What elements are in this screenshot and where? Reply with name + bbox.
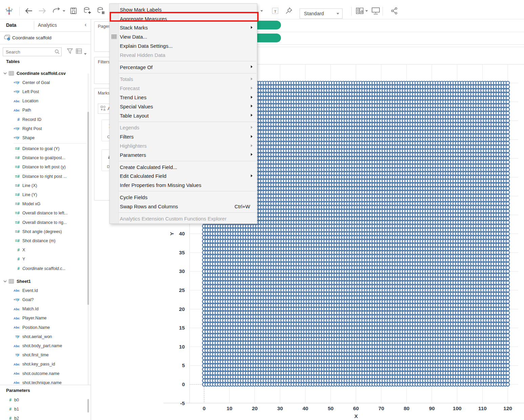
field-row[interactable]: AbcMatch.Id [0, 304, 87, 314]
menu-item-legends[interactable]: Legends [110, 123, 257, 132]
field-row[interactable]: =#Shot distance (m) [0, 236, 87, 245]
view-options-icon[interactable] [76, 48, 82, 55]
save-icon[interactable] [68, 5, 79, 16]
field-type-icon: =# [8, 174, 20, 179]
field-row[interactable]: =#Distance to left post (y) [0, 163, 87, 172]
field-row[interactable]: =#Distance to goal/post... [0, 153, 87, 163]
share-icon[interactable] [389, 5, 399, 16]
field-label: Model xG [22, 202, 41, 206]
field-row[interactable]: =#Line (X) [0, 181, 87, 190]
field-type-icon: Abc [8, 307, 20, 311]
table-group-header[interactable]: Coordinate scaffold.csv [0, 69, 87, 78]
y-tick-label: 15 [179, 325, 185, 331]
menu-item-table-layout[interactable]: Table Layout [110, 111, 257, 120]
scrollbar-thumb[interactable] [87, 112, 89, 305]
field-row[interactable]: Abcshot.outcome.name [0, 369, 87, 378]
menu-item-highlighters[interactable]: Highlighters [110, 141, 257, 150]
field-row[interactable]: AbcPath [0, 106, 87, 115]
field-row[interactable]: =#Distance to goal (Y) [0, 144, 87, 153]
menu-item-infer-properties-from-missing-values[interactable]: Infer Properties from Missing Values [110, 181, 257, 190]
field-row[interactable]: T|Fshot.aerial_won [0, 332, 87, 341]
search-icon [54, 49, 60, 56]
show-me-icon[interactable] [355, 5, 365, 16]
search-input[interactable] [5, 48, 54, 56]
field-row[interactable]: #Y [0, 255, 87, 264]
menu-item-parameters[interactable]: Parameters [110, 150, 257, 160]
parameter-row[interactable]: #b0 [0, 395, 87, 404]
field-row[interactable]: =T|FRight Post [0, 124, 87, 133]
menu-item-analytics-extension-custom-functions-explorer[interactable]: Analytics Extension Custom Functions Exp… [110, 214, 257, 223]
field-row[interactable]: =#Model xG [0, 200, 87, 209]
datasource-row[interactable]: Coordinate scaffold [0, 32, 91, 44]
table-group-header[interactable]: Sheet1 [0, 277, 87, 286]
fit-selector[interactable]: Standard [300, 8, 338, 19]
menu-item-cycle-fields[interactable]: Cycle Fields [110, 193, 257, 202]
field-row[interactable]: AbcPosition.Name [0, 323, 87, 332]
parameter-row[interactable]: #b2 [0, 414, 87, 420]
field-row[interactable]: =T|FShape [0, 133, 87, 142]
field-row[interactable]: AbcLocation [0, 97, 87, 106]
pin-icon[interactable] [284, 5, 294, 16]
field-row[interactable]: =T|FGoal? [0, 295, 87, 304]
field-row[interactable]: =T|FCenter of Goal [0, 78, 87, 87]
field-row[interactable]: =#Line (Y) [0, 190, 87, 199]
collapse-pane-icon[interactable]: ‹ [85, 21, 87, 28]
datasource-name: Coordinate scaffold [12, 35, 51, 40]
menu-item-create-calculated-field[interactable]: Create Calculated Field... [110, 163, 257, 172]
field-row[interactable]: =T|FLeft Post [0, 87, 87, 96]
field-row[interactable]: T|Fshot.first_time [0, 351, 87, 360]
pause-updates-icon[interactable] [96, 5, 106, 16]
menu-item-label: Table Layout [120, 113, 149, 119]
field-row[interactable]: Abcshot.body_part.name [0, 341, 87, 350]
field-row[interactable]: Abcshot.technique.name [0, 378, 87, 385]
menu-item-filters[interactable]: Filters [110, 132, 257, 141]
menu-item-percentage-of[interactable]: Percentage Of [110, 63, 257, 72]
table-group-name: Sheet1 [17, 279, 31, 284]
field-type-icon: T|F [8, 335, 20, 338]
field-row[interactable]: #X [0, 246, 87, 255]
show-me-caret[interactable] [364, 5, 369, 16]
field-row[interactable]: #Coordinate scaffold.c... [0, 264, 87, 273]
field-row[interactable]: AbcEvent.Id [0, 286, 87, 295]
forward-arrow-icon[interactable] [37, 5, 47, 16]
tab-data[interactable]: Data [6, 22, 16, 28]
x-tick-label: 10 [226, 405, 232, 411]
redo-dropdown-caret[interactable] [62, 5, 66, 16]
highlight-dropdown-caret[interactable] [259, 5, 264, 16]
tableau-logo-icon [4, 5, 14, 16]
filter-funnel-icon[interactable] [67, 48, 73, 55]
view-options-caret[interactable] [84, 50, 87, 56]
menu-item-explain-data-settings[interactable]: Explain Data Settings... [110, 41, 257, 50]
parameter-row[interactable]: #b1 [0, 404, 87, 414]
field-row[interactable]: =#Shot angle (degrees) [0, 227, 87, 236]
tab-analytics[interactable]: Analytics [38, 22, 57, 28]
field-row[interactable]: AbcPlayer.Name [0, 314, 87, 323]
back-arrow-icon[interactable] [24, 5, 34, 16]
x-tick-label: 50 [328, 405, 333, 411]
menu-item-trend-lines[interactable]: Trend Lines [110, 93, 257, 102]
field-row[interactable]: =#Overall distance to left... [0, 209, 87, 218]
menu-item-special-values[interactable]: Special Values [110, 102, 257, 111]
menu-item-totals[interactable]: Totals [110, 75, 257, 84]
field-row[interactable]: =#Overall distance to rig... [0, 218, 87, 227]
field-row[interactable]: Abcshot.key_pass_id [0, 360, 87, 369]
fit-selector-caret[interactable] [333, 8, 343, 19]
menu-item-view-data[interactable]: View Data... [110, 32, 257, 41]
menu-item-edit-calculated-field[interactable]: Edit Calculated Field [110, 172, 257, 181]
redo-icon[interactable] [51, 5, 62, 16]
search-input-box[interactable] [3, 47, 62, 56]
menu-item-stack-marks[interactable]: Stack Marks [110, 23, 257, 33]
scrollbar-thumb-parameters[interactable] [87, 399, 89, 413]
x-tick-label: 110 [478, 405, 487, 411]
menu-item-swap-rows-and-columns[interactable]: Swap Rows and ColumnsCtrl+W [110, 202, 257, 211]
menu-item-label: Edit Calculated Field [120, 173, 167, 179]
submenu-arrow-icon [251, 105, 253, 107]
new-datasource-icon[interactable] [82, 5, 92, 16]
menu-item-forecast[interactable]: Forecast [110, 84, 257, 93]
field-row[interactable]: #Record ID [0, 115, 87, 124]
text-label-icon[interactable]: T [270, 5, 280, 16]
menu-item-reveal-hidden-data[interactable]: Reveal Hidden Data [110, 50, 257, 60]
presentation-mode-icon[interactable] [371, 5, 381, 16]
field-type-icon: # [8, 117, 20, 122]
field-row[interactable]: =#Distance to right post ... [0, 172, 87, 181]
